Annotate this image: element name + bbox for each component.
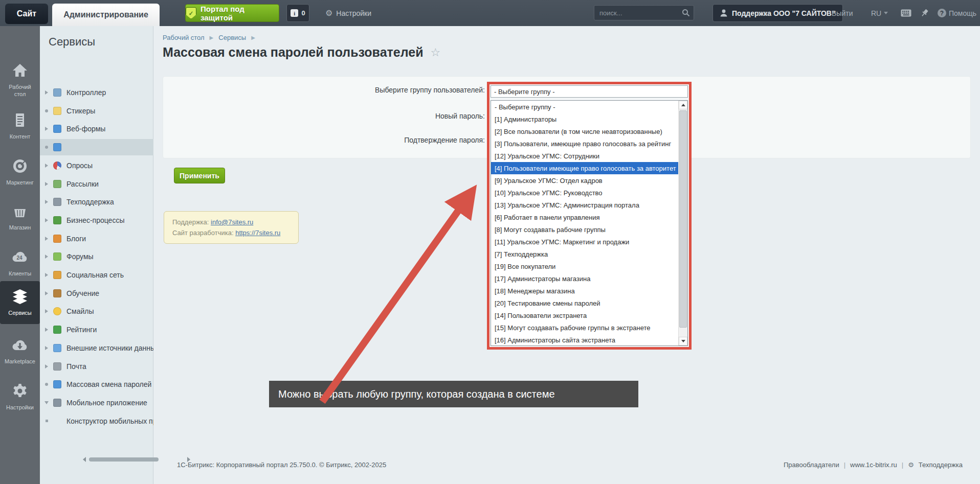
- menu-item-5[interactable]: Рассылки: [40, 176, 153, 192]
- menu-item-12[interactable]: Смайлы: [40, 303, 153, 319]
- group-option[interactable]: [14] Пользователи экстранета: [491, 309, 687, 321]
- footer-link-bitrix-site[interactable]: www.1c-bitrix.ru: [850, 461, 897, 469]
- arrow-marker-icon: [40, 164, 53, 168]
- group-select[interactable]: - Выберите группу -: [491, 85, 688, 98]
- home-icon: [11, 62, 29, 81]
- sidebar-item-label: Marketplace: [5, 358, 35, 365]
- sidebar-item-content[interactable]: Контент: [0, 105, 40, 148]
- breadcrumb-desktop[interactable]: Рабочий стол: [163, 34, 205, 41]
- menu-item-15[interactable]: Почта: [40, 358, 153, 375]
- group-option[interactable]: [6] Работает в панели управления: [491, 211, 687, 223]
- bitrix-admin-page: Сайт Администрирование ✓ Портал под защи…: [0, 0, 980, 484]
- sidebar-item-clients[interactable]: 24Клиенты: [0, 242, 40, 285]
- footer-link-support[interactable]: Техподдержка: [919, 461, 963, 469]
- scroll-up-icon[interactable]: [679, 101, 687, 109]
- menu-item-4[interactable]: Опросы: [40, 157, 153, 174]
- menu-item-7[interactable]: Бизнес-процессы: [40, 212, 153, 228]
- arrow-marker-icon: [40, 346, 53, 350]
- menu-item-label: Стикеры: [66, 107, 95, 115]
- menu-item-0[interactable]: Контроллер: [40, 84, 153, 101]
- search-input[interactable]: [594, 5, 694, 20]
- arrow-marker-icon: [40, 90, 53, 95]
- bizproc-icon: [53, 216, 61, 224]
- group-option[interactable]: [16] Администраторы сайта экстранета: [491, 334, 687, 346]
- portal-protected-button[interactable]: ✓ Портал под защитой: [185, 4, 279, 22]
- sidebar-item-marketplace[interactable]: Marketplace: [0, 330, 40, 373]
- group-option[interactable]: [12] Уральское УГМС: Сотрудники: [491, 150, 687, 162]
- developer-site-link[interactable]: https://7sites.ru: [235, 229, 280, 237]
- group-option[interactable]: [20] Тестирование смены паролей: [491, 297, 687, 309]
- logout-button[interactable]: Выйти: [832, 0, 853, 26]
- notifications-counter-button[interactable]: i 0: [286, 4, 309, 22]
- menu-item-selected[interactable]: [40, 139, 153, 155]
- breadcrumb-services[interactable]: Сервисы: [218, 34, 246, 41]
- sidebar-item-shop[interactable]: Магазин: [0, 196, 40, 239]
- group-option[interactable]: [15] Могут создавать рабочие группы в эк…: [491, 321, 687, 334]
- mobile-icon: [53, 399, 61, 407]
- sidebar-item-settings[interactable]: Настройки: [0, 376, 40, 419]
- menu-item-label: Массовая смена паролей: [66, 380, 151, 388]
- group-option[interactable]: [1] Администраторы: [491, 113, 687, 125]
- settings-icon: [11, 383, 29, 401]
- group-option[interactable]: [13] Уральское УГМС: Администрация порта…: [491, 199, 687, 211]
- tab-administration[interactable]: Администрирование: [52, 4, 160, 26]
- group-option[interactable]: [8] Могут создавать рабочие группы: [491, 223, 687, 236]
- scrollbar-thumb[interactable]: [89, 457, 159, 462]
- password-change-icon: [53, 380, 61, 388]
- group-option[interactable]: [3] Пользователи, имеющие право голосова…: [491, 137, 687, 150]
- group-option[interactable]: [10] Уральское УГМС: Руководство: [491, 187, 687, 199]
- support-email-link[interactable]: info@7sites.ru: [211, 218, 253, 226]
- group-option[interactable]: [11] Уральское УГМС: Маркетинг и продажи: [491, 236, 687, 248]
- group-option[interactable]: [18] Менеджеры магазина: [491, 285, 687, 297]
- group-option[interactable]: [7] Техподдержка: [491, 248, 687, 260]
- language-selector[interactable]: RU: [871, 0, 888, 26]
- scrollbar-thumb[interactable]: [679, 110, 687, 328]
- tab-site[interactable]: Сайт: [5, 4, 48, 24]
- apply-button[interactable]: Применить: [174, 168, 225, 183]
- menu-item-18[interactable]: Конструктор мобильных пр: [40, 413, 153, 429]
- favorite-star-icon[interactable]: ☆: [431, 46, 441, 59]
- menu-item-6[interactable]: Техподдержка: [40, 194, 153, 210]
- mail-icon: [53, 362, 61, 371]
- group-option[interactable]: [9] Уральское УГМС: Отдел кадров: [491, 174, 687, 187]
- menu-item-14[interactable]: Внешние источники данны: [40, 340, 153, 356]
- current-user-button[interactable]: Поддержка ООО "7 САЙТОВ": [712, 4, 843, 22]
- menu-item-10[interactable]: Социальная сеть: [40, 267, 153, 283]
- menu-item-2[interactable]: Веб-формы: [40, 121, 153, 137]
- group-option[interactable]: [17] Администраторы магазина: [491, 272, 687, 285]
- arrow-marker-icon: [40, 309, 53, 313]
- confirm-password-label: Подтверждение пароля:: [404, 136, 485, 144]
- sidebar-item-marketing[interactable]: Маркетинг: [0, 151, 40, 194]
- footer-link-rightsholders[interactable]: Правообладатели: [784, 461, 839, 469]
- menu-item-1[interactable]: Стикеры: [40, 103, 153, 119]
- search-icon[interactable]: [682, 9, 690, 17]
- help-button[interactable]: ? Помощь: [938, 0, 976, 26]
- menu-item-9[interactable]: Форумы: [40, 248, 153, 265]
- menu-item-8[interactable]: Блоги: [40, 231, 153, 247]
- sidebar-item-label: Сервисы: [8, 310, 32, 317]
- module-sidebar: Рабочий столКонтентМаркетингМагазин24Кли…: [0, 26, 40, 484]
- group-option[interactable]: [2] Все пользователи (в том числе неавто…: [491, 125, 687, 137]
- group-option[interactable]: - Выберите группу -: [491, 101, 687, 113]
- footer-links: Правообладатели | www.1c-bitrix.ru | ⚙ Т…: [784, 461, 963, 469]
- group-option[interactable]: [19] Все покупатели: [491, 260, 687, 272]
- scroll-left-icon[interactable]: [83, 457, 86, 462]
- sidebar-item-services[interactable]: Сервисы: [0, 281, 40, 324]
- topbar-settings-button[interactable]: ⚙ Настройки: [325, 0, 371, 26]
- pin-panel-button[interactable]: [921, 0, 929, 26]
- arrow-marker-icon: [40, 328, 53, 332]
- menu-item-13[interactable]: Рейтинги: [40, 321, 153, 338]
- top-bar: Сайт Администрирование ✓ Портал под защи…: [0, 0, 980, 26]
- menu-horizontal-scrollbar[interactable]: [83, 457, 190, 462]
- group-option[interactable]: [4] Пользователи имеющие право голосоват…: [491, 162, 687, 174]
- menu-item-11[interactable]: Обучение: [40, 285, 153, 302]
- menu-item-16[interactable]: Массовая смена паролей: [40, 376, 153, 393]
- user-button-label: Поддержка ООО "7 САЙТОВ": [732, 9, 835, 17]
- dropdown-scrollbar[interactable]: [678, 101, 687, 345]
- sidebar-item-desktop[interactable]: Рабочий стол: [0, 59, 40, 102]
- social-icon: [53, 271, 61, 279]
- forums-icon: [53, 252, 61, 261]
- hotkeys-button[interactable]: [901, 0, 911, 26]
- menu-item-17[interactable]: Мобильное приложение: [40, 395, 153, 411]
- scroll-down-icon[interactable]: [679, 337, 687, 345]
